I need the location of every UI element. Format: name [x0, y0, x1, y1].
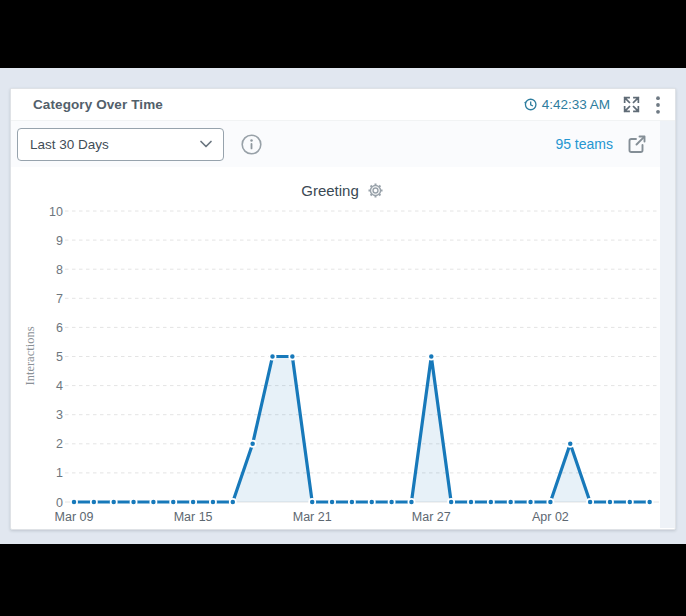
kebab-menu-icon[interactable] — [653, 93, 663, 117]
widget-header: Category Over Time 4:42:33 AM — [11, 89, 675, 121]
svg-text:Mar 09: Mar 09 — [55, 510, 94, 524]
page-background: Category Over Time 4:42:33 AM — [0, 68, 686, 544]
svg-text:1: 1 — [56, 466, 63, 480]
svg-text:Apr 02: Apr 02 — [532, 510, 569, 524]
chevron-down-icon — [199, 138, 213, 150]
svg-text:Interactions: Interactions — [23, 326, 37, 385]
svg-text:9: 9 — [56, 234, 63, 248]
date-range-value: Last 30 Days — [30, 137, 109, 152]
svg-text:0: 0 — [56, 496, 63, 510]
teams-link[interactable]: 95 teams — [555, 136, 613, 152]
widget-title: Category Over Time — [33, 97, 163, 112]
chart-region: Greeting 012345678910InteractionsMar 09M… — [11, 167, 675, 528]
svg-text:7: 7 — [56, 292, 63, 306]
svg-text:Mar 27: Mar 27 — [412, 510, 451, 524]
date-range-select[interactable]: Last 30 Days — [17, 128, 224, 161]
history-clock-icon — [523, 97, 538, 112]
svg-text:8: 8 — [56, 263, 63, 277]
last-updated-time: 4:42:33 AM — [523, 97, 610, 112]
svg-text:6: 6 — [56, 321, 63, 335]
category-over-time-widget: Category Over Time 4:42:33 AM — [10, 88, 676, 530]
svg-text:2: 2 — [56, 437, 63, 451]
external-link-icon[interactable] — [623, 130, 651, 158]
svg-text:10: 10 — [49, 205, 63, 219]
widget-header-actions: 4:42:33 AM — [523, 93, 663, 117]
teams-link-group: 95 teams — [555, 130, 651, 158]
widget-toolbar: Last 30 Days 95 teams — [11, 121, 675, 168]
svg-text:Mar 21: Mar 21 — [293, 510, 332, 524]
time-text: 4:42:33 AM — [542, 97, 610, 112]
expand-icon[interactable] — [620, 93, 643, 116]
category-chart: 012345678910InteractionsMar 09Mar 15Mar … — [11, 196, 675, 528]
info-icon[interactable] — [238, 131, 265, 158]
svg-text:5: 5 — [56, 350, 63, 364]
svg-text:Mar 15: Mar 15 — [174, 510, 213, 524]
svg-text:3: 3 — [56, 408, 63, 422]
chart-scrollbar[interactable] — [660, 121, 675, 528]
svg-text:4: 4 — [56, 379, 63, 393]
